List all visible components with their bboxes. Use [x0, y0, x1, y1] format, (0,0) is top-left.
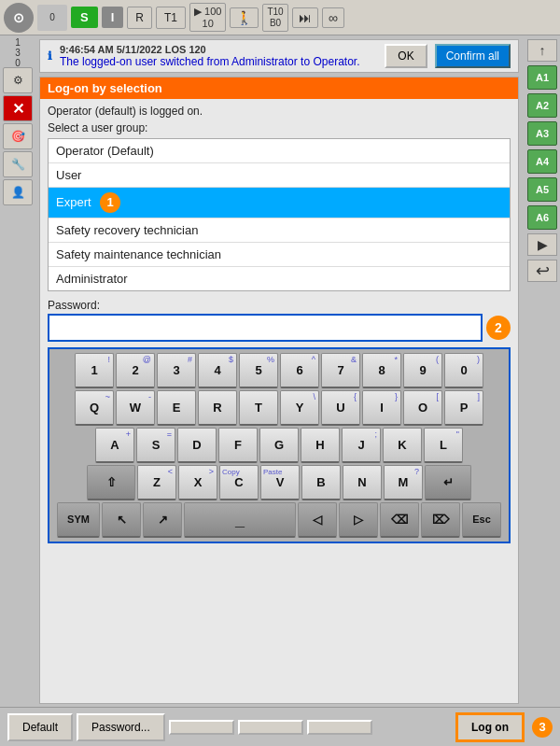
ok-button[interactable]: OK: [385, 44, 427, 68]
key-o[interactable]: [O: [403, 390, 442, 426]
main-content: ℹ 9:46:54 AM 5/11/2022 LOS 120 The logge…: [35, 35, 523, 708]
key-4[interactable]: $4: [198, 353, 237, 388]
notification-message: The logged-on user switched from Adminis…: [60, 55, 377, 68]
key-t[interactable]: T: [239, 390, 278, 426]
key-y[interactable]: \Y: [280, 390, 319, 426]
key-0[interactable]: )0: [444, 353, 483, 388]
kb-row-numbers: !1 @2 #3 $4 %5 ^6 &7 *8 (9 )0: [53, 353, 505, 388]
user-item-administrator[interactable]: Administrator: [49, 267, 510, 290]
key-arrow-left[interactable]: ◁: [298, 502, 337, 538]
key-w[interactable]: -W: [116, 390, 155, 426]
key-m[interactable]: ?M: [384, 465, 423, 500]
key-b[interactable]: B: [301, 465, 341, 500]
key-2[interactable]: @2: [116, 353, 155, 388]
notification-text: 9:46:54 AM 5/11/2022 LOS 120 The logged-…: [60, 44, 377, 68]
key-8[interactable]: *8: [362, 353, 401, 388]
password-input[interactable]: [48, 314, 483, 342]
key-e[interactable]: E: [157, 390, 196, 426]
right-btn-a5[interactable]: A5: [527, 177, 557, 202]
kb-row-zxcv: ⇧ <Z >X Copy C Paste V B N ?M ↵: [53, 465, 505, 500]
key-i[interactable]: }I: [362, 390, 401, 426]
sidebar-icon-tool[interactable]: 🔧: [3, 151, 33, 177]
right-arrow-up[interactable]: ↑: [527, 39, 557, 62]
right-btn-a3[interactable]: A3: [527, 121, 557, 146]
key-j[interactable]: ;J: [342, 428, 381, 463]
empty-button-1[interactable]: [169, 720, 234, 735]
close-button[interactable]: ✕: [3, 95, 33, 121]
right-btn-a1[interactable]: A1: [527, 65, 557, 90]
key-l[interactable]: "L: [424, 428, 463, 463]
key-arrow-nw[interactable]: ↖: [102, 502, 141, 538]
right-btn-a6[interactable]: A6: [527, 205, 557, 230]
key-3[interactable]: #3: [157, 353, 196, 388]
key-7[interactable]: &7: [321, 353, 360, 388]
empty-button-2[interactable]: [238, 720, 303, 735]
key-space[interactable]: _: [184, 502, 296, 538]
btn-walk[interactable]: 🚶: [230, 7, 259, 28]
key-enter[interactable]: ↵: [425, 465, 471, 500]
key-p[interactable]: ]P: [444, 390, 483, 426]
logon-header: Log-on by selection: [40, 77, 518, 99]
btn-r[interactable]: R: [127, 7, 152, 29]
right-btn-a4[interactable]: A4: [527, 149, 557, 174]
key-g[interactable]: G: [259, 428, 299, 463]
btn-s[interactable]: S: [71, 7, 98, 28]
logon-status: Operator (default) is logged on.: [48, 105, 511, 118]
key-k[interactable]: K: [383, 428, 422, 463]
right-btn-a2[interactable]: A2: [527, 93, 557, 118]
logon-body: Operator (default) is logged on. Select …: [40, 99, 518, 703]
key-a[interactable]: +A: [95, 428, 134, 463]
sidebar-icon-settings[interactable]: ⚙: [3, 67, 33, 93]
confirm-all-button[interactable]: Confirm all: [435, 44, 511, 68]
key-n[interactable]: N: [343, 465, 382, 500]
btn-t1[interactable]: T1: [156, 7, 186, 29]
right-arrow-down[interactable]: ▶: [527, 233, 557, 256]
notification-time: 9:46:54 AM 5/11/2022 LOS 120: [60, 44, 377, 55]
key-z[interactable]: <Z: [137, 465, 176, 500]
key-u[interactable]: {U: [321, 390, 360, 426]
key-f[interactable]: F: [218, 428, 258, 463]
key-backspace[interactable]: ⌫: [380, 502, 419, 538]
key-esc[interactable]: Esc: [462, 502, 501, 538]
key-sym[interactable]: SYM: [57, 502, 100, 538]
sidebar-icon-target[interactable]: 🎯: [3, 123, 33, 149]
btn-skip[interactable]: ⏭: [292, 7, 318, 28]
logo-icon: ⊙: [4, 3, 34, 33]
empty-button-3[interactable]: [307, 720, 372, 735]
key-delete[interactable]: ⌦: [421, 502, 460, 538]
key-v[interactable]: Paste V: [260, 465, 300, 500]
right-arrow-curved[interactable]: ↩: [527, 260, 557, 282]
btn-t10b0[interactable]: T10 B0: [262, 4, 287, 32]
key-1[interactable]: !1: [75, 353, 114, 388]
right-sidebar: ↑ A1 A2 A3 A4 A5 A6 ▶ ↩: [525, 35, 560, 708]
key-arrow-ne[interactable]: ↗: [143, 502, 182, 538]
key-r[interactable]: R: [198, 390, 237, 426]
user-item-safety-recovery[interactable]: Safety recovery technician: [49, 218, 510, 243]
user-item-expert[interactable]: Expert 1: [49, 188, 510, 218]
sidebar-icon-user[interactable]: 👤: [3, 179, 33, 205]
badge-3: 3: [532, 717, 553, 738]
key-arrow-right[interactable]: ▷: [339, 502, 378, 538]
key-d[interactable]: D: [177, 428, 217, 463]
key-5[interactable]: %5: [239, 353, 278, 388]
notification-bar: ℹ 9:46:54 AM 5/11/2022 LOS 120 The logge…: [39, 39, 519, 73]
btn-i[interactable]: I: [102, 7, 124, 28]
key-shift[interactable]: ⇧: [87, 465, 135, 500]
key-s[interactable]: =S: [136, 428, 175, 463]
user-item-user[interactable]: User: [49, 163, 510, 188]
key-6[interactable]: ^6: [280, 353, 319, 388]
user-item-safety-maintenance[interactable]: Safety maintenance technician: [49, 243, 510, 267]
log-on-button[interactable]: Log on: [455, 712, 525, 742]
key-h[interactable]: H: [301, 428, 340, 463]
password-button[interactable]: Password...: [77, 713, 165, 741]
keyboard: !1 @2 #3 $4 %5 ^6 &7 *8 (9 )0 ~Q -W E R: [48, 347, 511, 543]
key-q[interactable]: ~Q: [75, 390, 114, 426]
counter-top: 0: [37, 5, 67, 31]
user-item-operator[interactable]: Operator (Default): [49, 139, 510, 163]
key-c[interactable]: Copy C: [219, 465, 259, 500]
default-button[interactable]: Default: [7, 713, 73, 741]
btn-inf[interactable]: ∞: [322, 7, 344, 28]
btn-play[interactable]: ▶ 100 10: [189, 3, 226, 31]
key-9[interactable]: (9: [403, 353, 442, 388]
key-x[interactable]: >X: [178, 465, 217, 500]
